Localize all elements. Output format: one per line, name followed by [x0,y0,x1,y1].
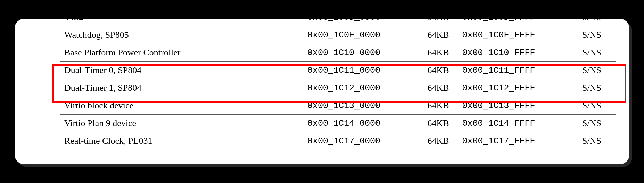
size-cell: 64KB [423,79,458,97]
peripheral-cell: Dual-Timer 0, SP804 [60,62,303,79]
size-cell: 64KB [423,132,458,150]
table-row: Watchdog, SP8050x00_1C0F_000064KB0x00_1C… [60,26,616,44]
top-address-cell: 0x00_1C11_FFFF [458,62,578,79]
table-row: Dual-Timer 1, SP8040x00_1C12_000064KB0x0… [60,79,616,97]
peripheral-cell: Real-time Clock, PL031 [60,132,303,150]
table-row: Base Platform Power Controller0x00_1C10_… [60,44,616,62]
table-row: Real-time Clock, PL0310x00_1C17_000064KB… [60,132,616,150]
size-cell: 64KB [423,115,458,132]
top-address-cell: 0x00_1C14_FFFF [458,115,578,132]
table-row: Virtio Plan 9 device0x00_1C14_000064KB0x… [60,115,616,132]
size-cell: 64KB [423,97,458,115]
security-cell: S/NS [578,26,616,44]
memory-map-table: VIS20x00_1C0D_000064KB0x00_1C0D_FFFFS/NS… [60,19,616,150]
top-address-cell: 0x00_1C17_FFFF [458,132,578,150]
peripheral-cell: Watchdog, SP805 [60,26,303,44]
table-row: Dual-Timer 0, SP8040x00_1C11_000064KB0x0… [60,62,616,79]
size-cell: 64KB [423,44,458,62]
base-address-cell: 0x00_1C12_0000 [303,79,423,97]
base-address-cell: 0x00_1C10_0000 [303,44,423,62]
top-address-cell: 0x00_1C12_FFFF [458,79,578,97]
security-cell: S/NS [578,19,616,26]
table-row: Virtio block device0x00_1C13_000064KB0x0… [60,97,616,115]
security-cell: S/NS [578,79,616,97]
top-address-cell: 0x00_1C0F_FFFF [458,26,578,44]
peripheral-cell: VIS2 [60,19,303,26]
peripheral-cell: Base Platform Power Controller [60,44,303,62]
base-address-cell: 0x00_1C17_0000 [303,132,423,150]
security-cell: S/NS [578,115,616,132]
top-address-cell: 0x00_1C13_FFFF [458,97,578,115]
peripheral-cell: Virtio block device [60,97,303,115]
size-cell: 64KB [423,62,458,79]
table-clip: VIS20x00_1C0D_000064KB0x00_1C0D_FFFFS/NS… [15,19,629,164]
base-address-cell: 0x00_1C14_0000 [303,115,423,132]
table-body: VIS20x00_1C0D_000064KB0x00_1C0D_FFFFS/NS… [60,19,616,150]
peripheral-cell: Virtio Plan 9 device [60,115,303,132]
base-address-cell: 0x00_1C0F_0000 [303,26,423,44]
base-address-cell: 0x00_1C0D_0000 [303,19,423,26]
security-cell: S/NS [578,132,616,150]
size-cell: 64KB [423,26,458,44]
top-address-cell: 0x00_1C0D_FFFF [458,19,578,26]
peripheral-cell: Dual-Timer 1, SP804 [60,79,303,97]
size-cell: 64KB [423,19,458,26]
table-row: VIS20x00_1C0D_000064KB0x00_1C0D_FFFFS/NS [60,19,616,26]
top-address-cell: 0x00_1C10_FFFF [458,44,578,62]
security-cell: S/NS [578,62,616,79]
security-cell: S/NS [578,44,616,62]
base-address-cell: 0x00_1C11_0000 [303,62,423,79]
document-card: VIS20x00_1C0D_000064KB0x00_1C0D_FFFFS/NS… [15,19,629,164]
base-address-cell: 0x00_1C13_0000 [303,97,423,115]
security-cell: S/NS [578,97,616,115]
